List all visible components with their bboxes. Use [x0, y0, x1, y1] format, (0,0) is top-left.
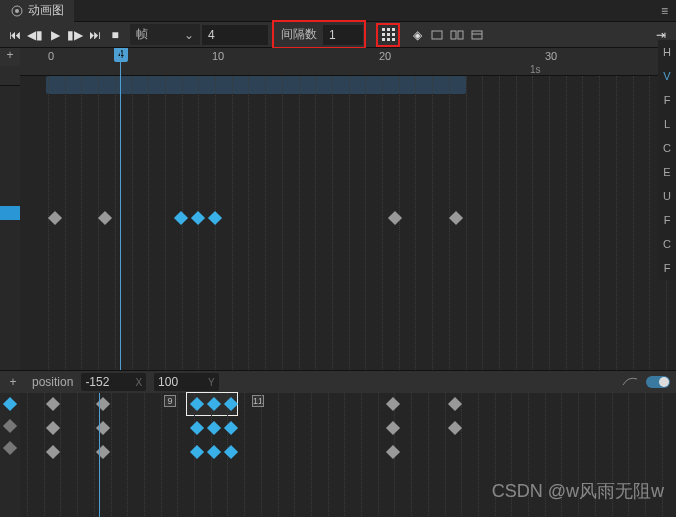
right-panel-item[interactable]: F: [664, 262, 671, 274]
keyframe[interactable]: [191, 211, 205, 225]
grid-icon: [380, 26, 397, 43]
keyframe[interactable]: [386, 445, 400, 459]
keyframe[interactable]: [388, 211, 402, 225]
play-button[interactable]: ▶: [46, 26, 64, 44]
frame-number-box: 9: [164, 395, 176, 407]
svg-rect-4: [458, 31, 463, 39]
tab-label: 动画图: [28, 2, 64, 19]
bottom-header: + position X Y: [0, 371, 676, 393]
right-panel-item[interactable]: H: [663, 46, 671, 58]
tick-label: 20: [379, 50, 391, 62]
x-input[interactable]: X: [81, 373, 146, 391]
timeline-ruler[interactable]: 0 10 20 30 1s 4: [20, 48, 676, 76]
add-property-button[interactable]: +: [6, 375, 20, 389]
keyframe[interactable]: [46, 397, 60, 411]
animation-icon: [10, 4, 24, 18]
right-panel-item[interactable]: V: [663, 70, 670, 82]
right-panel-item[interactable]: L: [664, 118, 670, 130]
panel-c-button[interactable]: [468, 26, 486, 44]
snap-highlight: [376, 23, 400, 47]
chevron-down-icon: ⌄: [184, 28, 194, 42]
panel-b-button[interactable]: [448, 26, 466, 44]
x-axis-label: X: [135, 377, 142, 388]
keyframe[interactable]: [224, 445, 238, 459]
track-key-icon[interactable]: [3, 397, 17, 411]
svg-rect-5: [472, 31, 482, 39]
bottom-gutter: [0, 393, 20, 517]
keyframe[interactable]: [98, 211, 112, 225]
right-panel-item[interactable]: F: [664, 214, 671, 226]
tab-animation[interactable]: 动画图: [0, 0, 74, 22]
panel-a-button[interactable]: [428, 26, 446, 44]
keyframe[interactable]: [46, 445, 60, 459]
last-frame-button[interactable]: ⏭: [86, 26, 104, 44]
keyframe-button[interactable]: ◈: [408, 26, 426, 44]
grid-area[interactable]: [20, 76, 676, 370]
add-track-button[interactable]: +: [0, 48, 20, 66]
prev-frame-button[interactable]: ◀▮: [26, 26, 44, 44]
keyframe[interactable]: [386, 397, 400, 411]
frame-unit-dropdown[interactable]: 帧 ⌄: [130, 24, 200, 45]
right-panel-item[interactable]: C: [663, 238, 671, 250]
keyframe[interactable]: [207, 421, 221, 435]
keyframe[interactable]: [96, 445, 110, 459]
playhead-marker[interactable]: 4: [114, 48, 128, 62]
keyframe[interactable]: [448, 397, 462, 411]
next-frame-button[interactable]: ▮▶: [66, 26, 84, 44]
right-panel-item[interactable]: C: [663, 142, 671, 154]
keyframe[interactable]: [174, 211, 188, 225]
interval-value-input[interactable]: [323, 25, 363, 45]
tick-label: 0: [48, 50, 54, 62]
tab-bar: 动画图 ≡: [0, 0, 676, 22]
dropdown-label: 帧: [136, 26, 148, 43]
keyframe[interactable]: [96, 397, 110, 411]
x-value[interactable]: [85, 375, 131, 389]
right-panel-item[interactable]: E: [663, 166, 670, 178]
keyframe[interactable]: [46, 421, 60, 435]
keyframe[interactable]: [386, 421, 400, 435]
stop-button[interactable]: ■: [106, 26, 124, 44]
main-timeline-area: + 0 10 20 30 1s 4: [0, 48, 676, 370]
y-value[interactable]: [158, 375, 204, 389]
curve-icon[interactable]: [622, 375, 638, 390]
keyframe[interactable]: [224, 421, 238, 435]
interval-label: 间隔数: [275, 23, 323, 46]
keyframe[interactable]: [208, 211, 222, 225]
right-panel: HVFLCEUFCF: [658, 40, 676, 280]
svg-rect-3: [451, 31, 456, 39]
y-axis-label: Y: [208, 377, 215, 388]
y-input[interactable]: Y: [154, 373, 219, 391]
right-panel-item[interactable]: F: [664, 94, 671, 106]
curve-toggle[interactable]: [646, 376, 670, 388]
property-label: position: [32, 375, 73, 389]
keyframe[interactable]: [207, 445, 221, 459]
gutter-spacer: [0, 66, 20, 86]
svg-point-1: [15, 9, 19, 13]
tick-label: 10: [212, 50, 224, 62]
keyframe[interactable]: [448, 421, 462, 435]
toolbar: ⏮ ◀▮ ▶ ▮▶ ⏭ ■ 帧 ⌄ 间隔数 ◈ ⇥: [0, 22, 676, 48]
timeline[interactable]: 0 10 20 30 1s 4: [20, 48, 676, 370]
keyframe[interactable]: [190, 421, 204, 435]
menu-icon[interactable]: ≡: [661, 4, 668, 18]
svg-rect-2: [432, 31, 442, 39]
track-key-icon[interactable]: [3, 441, 17, 455]
first-frame-button[interactable]: ⏮: [6, 26, 24, 44]
keyframe[interactable]: [96, 421, 110, 435]
grid-snap-button[interactable]: [379, 26, 397, 44]
keyframe[interactable]: [449, 211, 463, 225]
left-gutter: +: [0, 48, 20, 370]
frame-value-input[interactable]: [202, 25, 268, 45]
watermark: CSDN @w风雨无阻w: [492, 479, 664, 503]
keyframe[interactable]: [48, 211, 62, 225]
keyframe[interactable]: [190, 445, 204, 459]
track-selector[interactable]: [0, 206, 20, 220]
interval-highlight: 间隔数: [272, 20, 366, 49]
right-panel-item[interactable]: U: [663, 190, 671, 202]
tick-second: 1s: [530, 64, 541, 75]
tick-label: 30: [545, 50, 557, 62]
frame-number-box: 11: [252, 395, 264, 407]
track-key-icon[interactable]: [3, 419, 17, 433]
